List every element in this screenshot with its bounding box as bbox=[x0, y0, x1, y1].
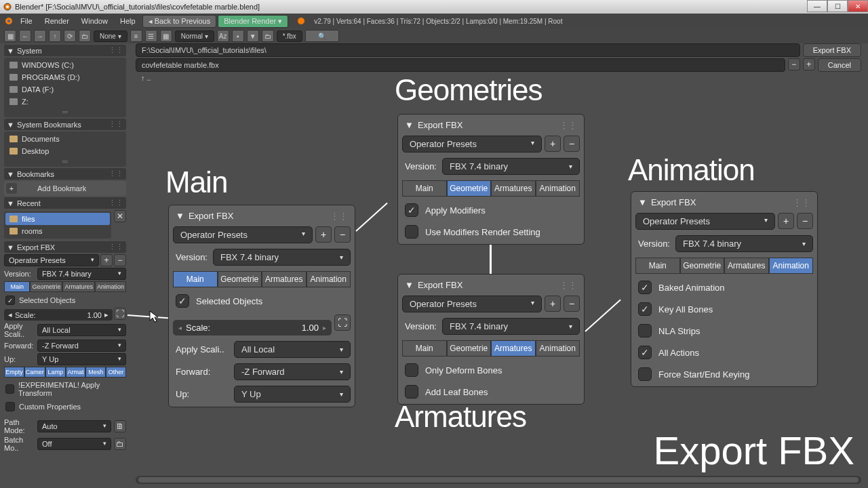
scale-input[interactable]: ◂Scale:1.00▸ bbox=[173, 320, 332, 336]
nav-back-icon[interactable]: ← bbox=[19, 30, 31, 42]
directory-path-input[interactable]: F:\Social\IMVU\_official_tutorials\files… bbox=[136, 43, 800, 57]
scale-input[interactable]: ◂Scale:1.00▸ bbox=[4, 309, 113, 321]
preset-remove-button[interactable]: − bbox=[564, 296, 580, 312]
new-folder-icon[interactable]: 🗀 bbox=[79, 30, 91, 42]
sort-select[interactable]: Normal ▾ bbox=[175, 30, 214, 42]
tab-animation[interactable]: Animation bbox=[536, 180, 580, 197]
nav-up-icon[interactable]: ↑ bbox=[49, 30, 61, 42]
scale-apply-icon[interactable]: ⛶ bbox=[114, 308, 126, 320]
nav-refresh-icon[interactable]: ⟳ bbox=[64, 30, 76, 42]
version-select[interactable]: FBX 7.4 binary▾ bbox=[675, 235, 813, 252]
file-filter[interactable]: *.fbx bbox=[277, 30, 302, 42]
cancel-button[interactable]: Cancel bbox=[818, 58, 861, 72]
preset-add-button[interactable]: + bbox=[778, 213, 794, 229]
batch-select[interactable]: Off▾ bbox=[37, 438, 111, 450]
show-hidden-icon[interactable]: ▪ bbox=[232, 30, 244, 42]
type-lamp[interactable]: Lamp bbox=[45, 367, 66, 378]
drive-item[interactable]: Z: bbox=[5, 96, 125, 108]
list-short-icon[interactable]: ≡ bbox=[130, 30, 142, 42]
nav-fwd-icon[interactable]: → bbox=[34, 30, 46, 42]
tab-main[interactable]: Main bbox=[635, 258, 680, 274]
all-actions-checkbox[interactable] bbox=[638, 346, 652, 359]
tab-armatures[interactable]: Armatures bbox=[491, 180, 536, 197]
embed-icon[interactable]: 🗎 bbox=[114, 420, 126, 432]
render-engine-select[interactable]: Blender Render ▾ bbox=[218, 15, 288, 28]
batch-own-dir-icon[interactable]: 🗀 bbox=[114, 438, 126, 450]
tab-main[interactable]: Main bbox=[402, 180, 447, 197]
drive-item[interactable]: DATA (F:) bbox=[5, 83, 125, 96]
preset-remove-button[interactable]: − bbox=[334, 226, 351, 243]
drive-item[interactable]: WINDOWS (C:) bbox=[5, 59, 125, 71]
search-icon[interactable]: 🔍 bbox=[305, 30, 339, 42]
callout-header[interactable]: ▼Export FBX⋮⋮ bbox=[402, 119, 580, 131]
preset-remove-button[interactable]: − bbox=[114, 254, 126, 266]
thumb-icon[interactable]: ▦ bbox=[160, 30, 172, 42]
force-keying-checkbox[interactable] bbox=[638, 367, 652, 381]
export-fbx-header[interactable]: ▼Export FBX⋮⋮ bbox=[4, 241, 126, 253]
apply-scaling-select[interactable]: All Local▾ bbox=[234, 341, 351, 358]
bookmark-item[interactable]: Documents bbox=[5, 133, 125, 145]
version-select[interactable]: FBX 7.4 binary▾ bbox=[442, 158, 580, 175]
tab-armatures[interactable]: Armatures bbox=[491, 340, 536, 357]
preset-remove-button[interactable]: − bbox=[564, 136, 580, 152]
tab-animation[interactable]: Animation bbox=[769, 258, 814, 274]
recent-item[interactable]: files bbox=[5, 213, 110, 225]
callout-header[interactable]: ▼Export FBX⋮⋮ bbox=[173, 209, 351, 222]
version-select[interactable]: FBX 7.4 binary▾ bbox=[37, 268, 126, 280]
tab-animation[interactable]: Animation bbox=[307, 271, 351, 287]
type-mesh[interactable]: Mesh bbox=[85, 367, 106, 378]
preset-add-button[interactable]: + bbox=[315, 226, 332, 243]
type-armature[interactable]: Armat bbox=[66, 367, 86, 378]
experimental-checkbox[interactable] bbox=[5, 384, 14, 394]
custom-props-checkbox[interactable] bbox=[5, 402, 15, 411]
menu-window[interactable]: Window bbox=[76, 16, 113, 26]
version-select[interactable]: FBX 7.4 binary▾ bbox=[213, 249, 351, 266]
drive-item[interactable]: PROGRAMS (D:) bbox=[5, 71, 125, 83]
menu-file[interactable]: File bbox=[15, 16, 38, 26]
operator-presets-select[interactable]: Operator Presets▾ bbox=[635, 213, 775, 230]
nla-strips-checkbox[interactable] bbox=[638, 324, 652, 338]
preset-add-button[interactable]: + bbox=[545, 136, 561, 152]
type-other[interactable]: Other bbox=[106, 367, 126, 378]
tab-main[interactable]: Main bbox=[4, 281, 30, 292]
operator-presets-select[interactable]: Operator Presets▾ bbox=[173, 226, 313, 243]
pathmode-select[interactable]: Auto▾ bbox=[37, 420, 111, 432]
horizontal-scrollbar[interactable] bbox=[136, 476, 861, 484]
filename-input[interactable]: covfefetable marble.fbx bbox=[136, 58, 785, 72]
preset-add-button[interactable]: + bbox=[100, 254, 113, 266]
system-bookmarks-header[interactable]: ▼System Bookmarks⋮⋮ bbox=[4, 119, 126, 130]
tab-armatures[interactable]: Armatures bbox=[62, 281, 95, 292]
callout-header[interactable]: ▼Export FBX⋮⋮ bbox=[402, 279, 580, 291]
recent-select[interactable]: None ▾ bbox=[94, 30, 127, 42]
menu-render[interactable]: Render bbox=[39, 16, 75, 26]
maximize-button[interactable]: ☐ bbox=[827, 0, 848, 12]
baked-anim-checkbox[interactable] bbox=[638, 281, 652, 294]
operator-presets-select[interactable]: Operator Presets▾ bbox=[402, 136, 542, 152]
back-button[interactable]: ◂ Back to Previous bbox=[142, 15, 217, 28]
view-mode-icon[interactable]: ▦ bbox=[4, 30, 16, 42]
tab-main[interactable]: Main bbox=[402, 340, 447, 357]
apply-modifiers-checkbox[interactable] bbox=[405, 203, 418, 217]
up-select[interactable]: Y Up▾ bbox=[234, 386, 351, 403]
selected-objects-checkbox[interactable] bbox=[5, 296, 15, 305]
recent-item[interactable]: rooms bbox=[5, 225, 110, 237]
tab-geometries[interactable]: Geometrie bbox=[680, 258, 725, 274]
filter-toggle-icon[interactable]: ▼ bbox=[247, 30, 259, 42]
type-camera[interactable]: Camer bbox=[24, 367, 45, 378]
tab-armatures[interactable]: Armatures bbox=[724, 258, 769, 274]
tab-animation[interactable]: Animation bbox=[95, 281, 126, 292]
forward-select[interactable]: -Z Forward▾ bbox=[37, 340, 126, 352]
decrement-button[interactable]: − bbox=[788, 58, 800, 70]
system-header[interactable]: ▼System⋮⋮ bbox=[4, 45, 126, 56]
operator-presets-select[interactable]: Operator Presets ▾ bbox=[4, 254, 99, 266]
clear-recent-button[interactable]: ✕ bbox=[114, 210, 126, 222]
tab-geometries[interactable]: Geometrie bbox=[30, 281, 62, 292]
bookmarks-header[interactable]: ▼Bookmarks⋮⋮ bbox=[4, 168, 126, 180]
parent-dir[interactable]: ↑ .. bbox=[136, 73, 157, 83]
scale-apply-icon[interactable]: ⛶ bbox=[334, 314, 351, 331]
operator-presets-select[interactable]: Operator Presets▾ bbox=[402, 296, 542, 312]
list-long-icon[interactable]: ☰ bbox=[145, 30, 157, 42]
export-fbx-button[interactable]: Export FBX bbox=[803, 43, 861, 57]
minimize-button[interactable]: — bbox=[807, 0, 827, 12]
tab-geometries[interactable]: Geometrie bbox=[447, 340, 492, 357]
